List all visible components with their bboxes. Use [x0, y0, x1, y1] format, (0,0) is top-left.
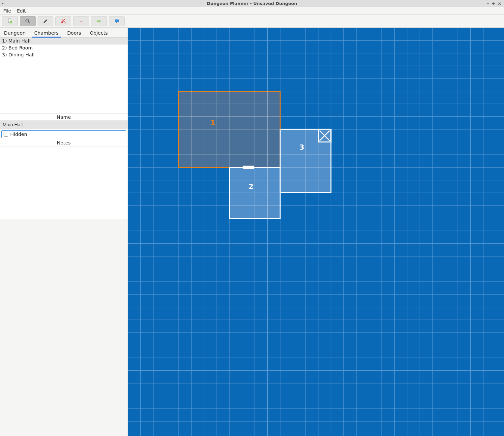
- tab-chambers[interactable]: Chambers: [33, 29, 60, 37]
- list-item[interactable]: 2) Bed Room: [0, 45, 128, 51]
- window-title: Dungeon Planner - Unsaved Dungeon: [0, 1, 504, 6]
- svg-point-5: [64, 22, 65, 23]
- tool-pan-zoom[interactable]: [20, 16, 36, 26]
- name-label: Name: [0, 114, 128, 120]
- monitor-icon: [114, 18, 119, 24]
- map-canvas[interactable]: 123: [128, 28, 504, 436]
- room-label: 3: [299, 143, 304, 151]
- minus-icon: [78, 18, 84, 24]
- magnifier-icon: [25, 18, 30, 24]
- svg-point-4: [61, 22, 63, 23]
- tab-objects[interactable]: Objects: [88, 29, 109, 37]
- tab-dungeon[interactable]: Dungeon: [3, 29, 27, 37]
- window-minimize-button[interactable]: –: [487, 1, 489, 6]
- hidden-label: Hidden: [10, 132, 27, 137]
- list-item[interactable]: 1) Main Hall: [0, 38, 128, 45]
- side-tabs: Dungeon Chambers Doors Objects: [0, 28, 128, 38]
- svg-rect-11: [116, 22, 117, 23]
- window-titlebar: ▾ Dungeon Planner - Unsaved Dungeon – + …: [0, 0, 504, 7]
- hidden-checkbox[interactable]: [4, 132, 8, 137]
- scissors-icon: [61, 18, 66, 24]
- notes-label: Notes: [0, 140, 128, 146]
- menu-edit[interactable]: Edit: [15, 8, 28, 14]
- room-label: 2: [249, 182, 253, 191]
- door[interactable]: [243, 166, 254, 169]
- side-panel: Dungeon Chambers Doors Objects 1) Main H…: [0, 28, 128, 436]
- menubar: File Edit: [0, 7, 504, 15]
- menu-file[interactable]: File: [1, 8, 13, 14]
- name-input[interactable]: [0, 120, 128, 129]
- svg-rect-12: [128, 28, 504, 436]
- room-label: 1: [210, 119, 215, 127]
- svg-rect-10: [115, 19, 119, 22]
- pencil-icon: [43, 18, 48, 24]
- hidden-checkbox-row[interactable]: Hidden: [1, 130, 126, 138]
- tool-cut[interactable]: [55, 16, 71, 26]
- tab-doors[interactable]: Doors: [66, 29, 82, 37]
- document-add-icon: [7, 18, 13, 24]
- toolbar: [0, 15, 504, 28]
- tool-pencil[interactable]: [38, 16, 53, 26]
- chamber-list[interactable]: 1) Main Hall2) Bed Room3) Dining Hall: [0, 38, 128, 113]
- svg-rect-6: [80, 21, 82, 21]
- tool-display[interactable]: [109, 16, 125, 26]
- window-close-button[interactable]: ×: [498, 1, 501, 6]
- notes-textarea[interactable]: [0, 146, 128, 219]
- window-menu-icon[interactable]: ▾: [0, 2, 6, 5]
- tool-new-chamber[interactable]: [2, 16, 18, 26]
- panel-empty-area: [0, 219, 128, 436]
- svg-line-3: [28, 22, 30, 23]
- window-maximize-button[interactable]: +: [491, 1, 495, 6]
- tool-link[interactable]: [91, 16, 107, 26]
- tool-delete[interactable]: [73, 16, 89, 26]
- link-icon: [96, 18, 102, 24]
- list-item[interactable]: 3) Dining Hall: [0, 51, 128, 58]
- svg-point-2: [26, 19, 29, 22]
